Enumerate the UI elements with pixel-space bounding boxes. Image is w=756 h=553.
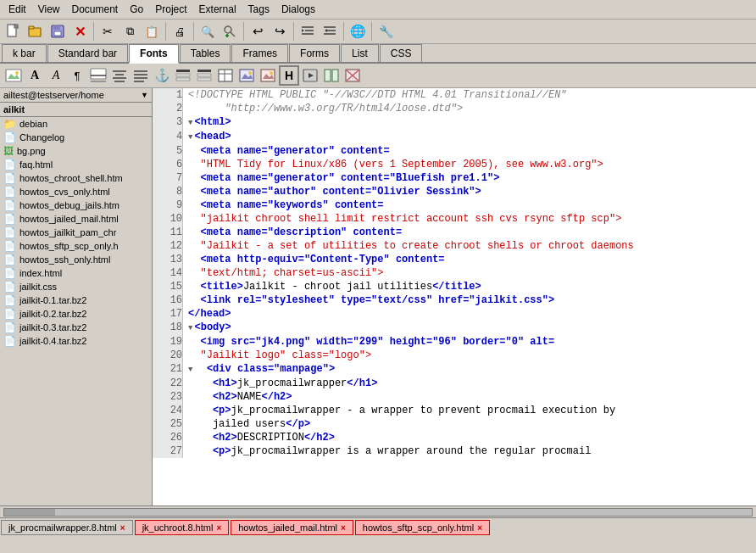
sidebar-item[interactable]: 📄jailkit-0.1.tar.bz2 — [0, 293, 152, 307]
sidebar-item[interactable]: 📄jailkit-0.3.tar.bz2 — [0, 321, 152, 334]
paste-btn[interactable]: 📋 — [142, 21, 162, 42]
tab-frames[interactable]: Frames — [231, 44, 288, 62]
open-btn[interactable] — [25, 21, 46, 42]
save-btn[interactable] — [47, 21, 68, 42]
bottom-tab-close-2[interactable]: × — [341, 523, 346, 533]
tab-css[interactable]: CSS — [380, 44, 423, 62]
align-right-btn[interactable] — [194, 65, 214, 86]
preview-btn[interactable]: 🌐 — [347, 21, 368, 42]
tab-tables[interactable]: Tables — [180, 44, 231, 62]
code-line-3: ▼<html> — [183, 115, 756, 130]
menu-view[interactable]: View — [33, 2, 65, 17]
sidebar-item-icon-10: 📄 — [3, 254, 16, 265]
bottom-tab-0[interactable]: jk_procmailwrapper.8.html× — [1, 520, 133, 535]
undo-btn[interactable]: ↩ — [247, 21, 268, 42]
sidebar-item[interactable]: 📄howtos_chroot_shell.htm — [0, 171, 152, 185]
sidebar-item[interactable]: 📄jailkit-0.4.tar.bz2 — [0, 334, 152, 348]
code-line-18: ▼<body> — [183, 321, 756, 335]
sidebar-item-icon-2: 🖼 — [3, 145, 14, 157]
tab-fonts[interactable]: Fonts — [129, 44, 179, 64]
settings-btn[interactable]: 🔧 — [375, 21, 396, 42]
fold-icon[interactable]: ▼ — [188, 366, 192, 374]
menu-tags[interactable]: Tags — [243, 2, 275, 17]
bottom-tab-close-3[interactable]: × — [477, 523, 482, 533]
replace-btn[interactable] — [220, 21, 240, 42]
tab-forms[interactable]: Forms — [289, 44, 340, 62]
menu-dialogs[interactable]: Dialogs — [276, 2, 320, 17]
bottom-tab-2[interactable]: howtos_jailed_mail.html× — [231, 520, 353, 535]
hscroll[interactable] — [0, 506, 756, 517]
menu-external[interactable]: External — [194, 2, 242, 17]
hscroll-thumb[interactable] — [4, 509, 55, 516]
img4-btn[interactable] — [321, 65, 342, 86]
redo-btn[interactable]: ↪ — [270, 21, 290, 42]
tab-kbar[interactable]: k bar — [2, 44, 47, 62]
table-row: 27 <p>jk_procmailwrapper is a wrapper ar… — [153, 444, 756, 458]
svg-rect-20 — [91, 69, 106, 79]
sidebar-item[interactable]: 📄jailkit-0.2.tar.bz2 — [0, 307, 152, 321]
menu-project[interactable]: Project — [150, 2, 192, 17]
menu-document[interactable]: Document — [66, 2, 123, 17]
hr-btn[interactable] — [88, 65, 108, 86]
copy-btn[interactable]: ⧉ — [120, 21, 140, 42]
sidebar-item[interactable]: 📄jailkit.css — [0, 280, 152, 293]
sidebar-item[interactable]: 📄howtos_sftp_scp_only.h — [0, 239, 152, 253]
tab-list[interactable]: List — [341, 44, 379, 62]
align-left-btn[interactable] — [173, 65, 193, 86]
new-file-btn[interactable] — [3, 21, 24, 42]
sidebar-item-label-14: jailkit-0.2.tar.bz2 — [19, 309, 86, 319]
menu-edit[interactable]: Edit — [3, 2, 31, 17]
sidebar-item[interactable]: 📄Changelog — [0, 131, 152, 144]
fold-icon[interactable]: ▼ — [188, 119, 192, 127]
print-btn[interactable]: 🖨 — [170, 21, 190, 42]
find-btn[interactable]: 🔍 — [197, 21, 218, 42]
image2-btn[interactable] — [236, 65, 257, 86]
line-number-5: 5 — [153, 144, 183, 158]
insert-image-btn[interactable] — [3, 65, 24, 86]
media-btn[interactable] — [300, 65, 320, 86]
table-btn[interactable] — [215, 65, 236, 86]
sidebar-item[interactable]: 📄howtos_cvs_only.html — [0, 185, 152, 198]
bottom-tab-3[interactable]: howtos_sftp_scp_only.html× — [355, 520, 490, 535]
sidebar-item[interactable]: 📄index.html — [0, 266, 152, 280]
line-number-19: 19 — [153, 335, 183, 349]
sidebar-item[interactable]: 📄faq.html — [0, 158, 152, 171]
sidebar-item[interactable]: 📄howtos_debug_jails.htm — [0, 198, 152, 212]
center-btn[interactable] — [109, 65, 130, 86]
sidebar-item[interactable]: 📄howtos_jailed_mail.html — [0, 212, 152, 226]
editor[interactable]: 1<!DOCTYPE HTML PUBLIC "-//W3C//DTD HTML… — [153, 88, 756, 506]
subscript-btn[interactable] — [131, 65, 151, 86]
close-file-btn[interactable]: ✕ — [69, 21, 90, 42]
tab-standardbar[interactable]: Standard bar — [47, 44, 128, 62]
line-number-23: 23 — [153, 390, 183, 404]
outdent-btn[interactable] — [320, 21, 340, 42]
bottom-tab-1[interactable]: jk_uchroot.8.html× — [135, 520, 230, 535]
italic-btn[interactable]: A — [46, 65, 66, 86]
sidebar-item[interactable]: 📄howtos_ssh_only.html — [0, 253, 152, 266]
sidebar-item[interactable]: 🖼bg.png — [0, 144, 152, 158]
dropdown-icon[interactable]: ▼ — [141, 91, 148, 99]
sidebar-item[interactable]: 📁debian — [0, 117, 152, 131]
paragraph-btn[interactable]: ¶ — [67, 65, 87, 86]
anchor-btn[interactable]: ⚓ — [152, 65, 172, 86]
table-row: 13 <meta http-equiv="Content-Type" conte… — [153, 253, 756, 266]
bold-btn[interactable]: A — [25, 65, 45, 86]
sidebar-item[interactable]: 📄howtos_jailkit_pam_chr — [0, 226, 152, 239]
indent-btn[interactable] — [297, 21, 318, 42]
fold-icon[interactable]: ▼ — [188, 324, 192, 332]
svg-rect-48 — [325, 70, 331, 81]
img5-btn[interactable] — [342, 65, 363, 86]
cut-btn[interactable]: ✂ — [97, 21, 118, 42]
sidebar-item-label-4: howtos_chroot_shell.htm — [19, 173, 123, 183]
line-number-3: 3 — [153, 115, 183, 130]
sidebar-item-label-11: index.html — [19, 268, 62, 278]
fold-icon[interactable]: ▼ — [188, 133, 192, 142]
menu-go[interactable]: Go — [125, 2, 148, 17]
hscroll-track[interactable] — [3, 508, 753, 517]
bottom-tab-close-1[interactable]: × — [216, 523, 221, 533]
bottom-tab-close-0[interactable]: × — [120, 523, 125, 533]
table-row: 26 <h2>DESCRIPTION</h2> — [153, 431, 756, 444]
image3-btn[interactable] — [258, 65, 278, 86]
heading-btn[interactable]: H — [279, 65, 299, 86]
svg-rect-37 — [219, 70, 232, 81]
